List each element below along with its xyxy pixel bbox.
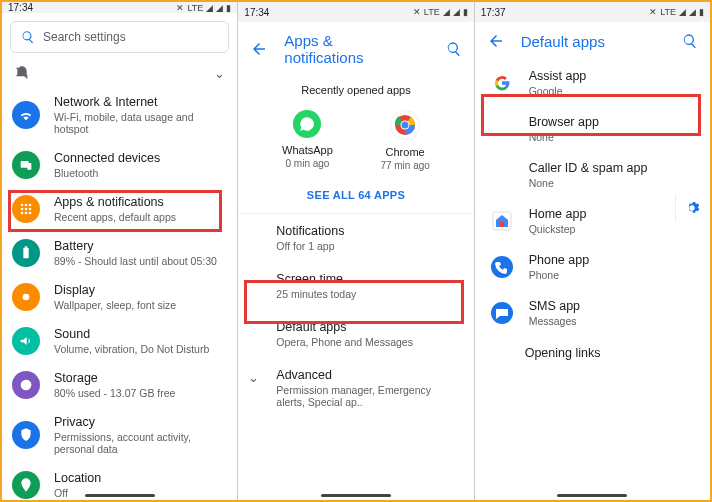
search-input[interactable]: Search settings <box>10 21 229 53</box>
settings-row-sound[interactable]: SoundVolume, vibration, Do Not Disturb <box>2 319 237 363</box>
apps-subrow-1[interactable]: Screen time25 minutes today <box>238 262 473 310</box>
row-title: Notifications <box>276 224 459 238</box>
recent-apps: WhatsApp 0 min ago Chrome 77 min ago <box>238 106 473 177</box>
row-sub: Opera, Phone and Messages <box>276 336 459 348</box>
apps-panel: 17:34 ✕ LTE ◢ ◢ ▮ Apps & notifications R… <box>238 2 474 500</box>
row-title: Advanced <box>276 368 459 382</box>
signal-icon: ◢ <box>689 7 696 17</box>
row-title: Apps & notifications <box>54 195 176 209</box>
default-app-row-1[interactable]: Browser appNone <box>475 106 710 152</box>
row-title: Caller ID & spam app <box>529 161 648 175</box>
svg-point-13 <box>23 294 30 301</box>
default-app-row-4[interactable]: Phone appPhone <box>475 244 710 290</box>
row-title: Browser app <box>529 115 599 129</box>
default-app-row-2[interactable]: Caller ID & spam appNone <box>475 152 710 198</box>
settings-row-wifi[interactable]: Network & InternetWi-Fi, mobile, data us… <box>2 87 237 143</box>
default-app-row-5[interactable]: SMS appMessages <box>475 290 710 336</box>
row-sub: Off <box>54 487 101 499</box>
svg-point-8 <box>21 212 24 215</box>
row-sub: Off for 1 app <box>276 240 459 252</box>
settings-row-devices[interactable]: Connected devicesBluetooth <box>2 143 237 187</box>
default-app-row-0[interactable]: Assist appGoogle <box>475 60 710 106</box>
apps-subrow-0[interactable]: NotificationsOff for 1 app <box>238 214 473 262</box>
svg-point-15 <box>25 482 28 485</box>
wifi-icon <box>12 101 40 129</box>
row-sub: 89% - Should last until about 05:30 <box>54 255 217 267</box>
row-title: Storage <box>54 371 175 385</box>
search-icon <box>21 30 35 44</box>
battery-icon: ▮ <box>226 3 231 13</box>
recent-app-chrome[interactable]: Chrome 77 min ago <box>380 110 429 171</box>
settings-row-storage[interactable]: Storage80% used - 13.07 GB free <box>2 363 237 407</box>
nav-handle[interactable] <box>85 494 155 497</box>
settings-row-battery[interactable]: Battery89% - Should last until about 05:… <box>2 231 237 275</box>
svg-point-6 <box>25 208 28 211</box>
gear-icon[interactable] <box>675 194 704 222</box>
svg-rect-20 <box>500 222 504 227</box>
status-time: 17:37 <box>481 7 506 18</box>
row-sub: 80% used - 13.07 GB free <box>54 387 175 399</box>
settings-panel: 17:34 ✕ LTE ◢ ◢ ▮ Search settings ⌄ Netw… <box>2 2 238 500</box>
row-title: Screen time <box>276 272 459 286</box>
svg-rect-11 <box>23 248 28 259</box>
svg-point-9 <box>25 212 28 215</box>
svg-point-3 <box>25 204 28 207</box>
row-sub: Google <box>529 85 587 97</box>
settings-row-privacy[interactable]: PrivacyPermissions, account activity, pe… <box>2 407 237 463</box>
chrome-icon <box>390 110 420 140</box>
google-icon <box>489 70 515 96</box>
signal-icon: ◢ <box>453 7 460 17</box>
storage-icon <box>12 371 40 399</box>
none-icon <box>489 116 515 142</box>
status-bar: 17:34 ✕ LTE ◢ ◢ ▮ <box>2 2 237 13</box>
page-title: Default apps <box>521 33 605 50</box>
row-title: Assist app <box>529 69 587 83</box>
search-icon[interactable] <box>446 41 462 57</box>
default-apps-panel: 17:37 ✕ LTE ◢ ◢ ▮ Default apps Assist ap… <box>475 2 710 500</box>
row-title: Display <box>54 283 176 297</box>
nav-handle[interactable] <box>321 494 391 497</box>
search-icon[interactable] <box>682 33 698 49</box>
app-sub: 0 min ago <box>286 158 330 169</box>
chevron-down-icon: ⌄ <box>248 370 259 385</box>
see-all-link[interactable]: SEE ALL 64 APPS <box>238 177 473 213</box>
back-icon[interactable] <box>250 40 268 58</box>
apps-subrow-2[interactable]: Default appsOpera, Phone and Messages <box>238 310 473 358</box>
page-title: Apps & notifications <box>284 32 413 66</box>
svg-point-4 <box>29 204 32 207</box>
chevron-down-icon: ⌄ <box>214 66 225 81</box>
status-time: 17:34 <box>244 7 269 18</box>
battery-icon: ▮ <box>699 7 704 17</box>
vibrate-icon: ✕ <box>413 7 421 17</box>
row-title: Connected devices <box>54 151 160 165</box>
svg-point-18 <box>402 122 409 129</box>
back-icon[interactable] <box>487 32 505 50</box>
nav-handle[interactable] <box>557 494 627 497</box>
app-bar: Apps & notifications <box>238 22 473 76</box>
app-bar: Default apps <box>475 22 710 60</box>
status-bar: 17:37 ✕ LTE ◢ ◢ ▮ <box>475 2 710 22</box>
row-sub: None <box>529 177 648 189</box>
opening-links-row[interactable]: Opening links <box>475 336 710 370</box>
battery-icon <box>12 239 40 267</box>
signal-icon: ◢ <box>443 7 450 17</box>
location-icon <box>12 471 40 499</box>
settings-row-apps[interactable]: Apps & notificationsRecent apps, default… <box>2 187 237 231</box>
svg-point-7 <box>29 208 32 211</box>
recent-app-whatsapp[interactable]: WhatsApp 0 min ago <box>282 110 333 171</box>
battery-icon: ▮ <box>463 7 468 17</box>
status-bar: 17:34 ✕ LTE ◢ ◢ ▮ <box>238 2 473 22</box>
svg-point-21 <box>491 256 513 278</box>
settings-row-display[interactable]: DisplayWallpaper, sleep, font size <box>2 275 237 319</box>
row-sub: Wallpaper, sleep, font size <box>54 299 176 311</box>
apps-subrow-3[interactable]: ⌄AdvancedPermission manager, Emergency a… <box>238 358 473 418</box>
row-sub: Messages <box>529 315 580 327</box>
row-title: Home app <box>529 207 587 221</box>
devices-icon <box>12 151 40 179</box>
dnd-row[interactable]: ⌄ <box>2 61 237 87</box>
signal-icon: ◢ <box>679 7 686 17</box>
lte-icon: LTE <box>660 7 676 17</box>
none-icon <box>489 162 515 188</box>
row-title: Privacy <box>54 415 227 429</box>
svg-point-5 <box>21 208 24 211</box>
